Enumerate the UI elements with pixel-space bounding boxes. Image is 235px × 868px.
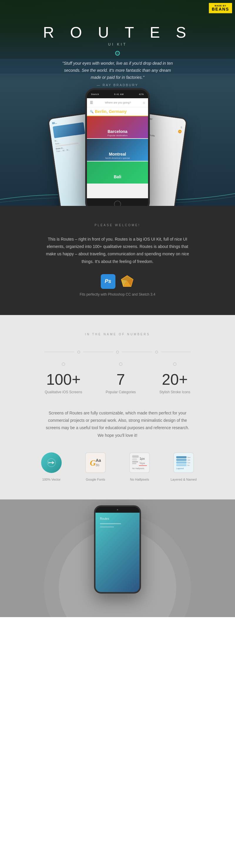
number-dot-categories [119, 362, 123, 366]
phone-status-time: 9:41 AM [114, 93, 124, 95]
phone-search-icon: 🔍 [90, 110, 93, 113]
welcome-label: PLEASE WELCOME! [12, 223, 223, 227]
phone-screen-header: ☰ Where are you going? ⊞ [87, 98, 148, 107]
svg-text:Ftr: Ftr [188, 464, 190, 466]
phone-screen: ☰ Where are you going? ⊞ 🔍 Berlin, Germa… [87, 98, 148, 198]
number-value-icons: 20+ [159, 372, 190, 387]
number-value-categories: 7 [106, 372, 136, 387]
google-fonts-icon: G Aa Bb [85, 453, 106, 473]
layered-feature-label: Layered & Named [169, 477, 198, 482]
number-dot-icons [173, 362, 176, 366]
phone-bali-title: Bali [87, 175, 148, 179]
fits-label: Fits perfectly with Photoshop CC and Ske… [12, 292, 223, 298]
phone-status-battery: 42% [139, 93, 144, 95]
phone-header-placeholder: Where are you going? [105, 101, 131, 104]
svg-rect-23 [176, 462, 187, 464]
hero-subtitle: UI Kit [43, 42, 192, 46]
layered-named-icon: Nav Hdr Cnt Ftr Layered [173, 453, 194, 473]
svg-rect-15 [132, 463, 136, 464]
svg-text:G: G [90, 458, 96, 467]
feature-item-google-fonts: G Aa Bb Google Fonts [81, 451, 110, 482]
svg-rect-22 [176, 459, 187, 461]
svg-rect-13 [132, 458, 137, 461]
photoshop-icon: Ps [101, 274, 115, 289]
phone-search-value: Berlin, Germany [95, 109, 127, 114]
halfpixels-icon: 1px ⅟₂px No Halfpixels [129, 453, 150, 473]
bottom-screen-content: Routes [96, 513, 139, 532]
layered-icon-box: Nav Hdr Cnt Ftr Layered [172, 451, 195, 474]
divider-line-left [44, 352, 74, 352]
bottom-screen-text: Routes [100, 517, 135, 520]
svg-rect-14 [132, 461, 138, 462]
sketch-icon [120, 274, 135, 289]
feature-item-halfpixels: 1px ⅟₂px No Halfpixels No Halfpixels [125, 451, 154, 482]
halfpixels-svg: 1px ⅟₂px No Halfpixels [131, 454, 148, 471]
numbers-features-text: Screens of Routes are fully customizable… [44, 409, 191, 439]
numbers-section-label: IN THE NAME OF NUMBERS [12, 333, 223, 336]
number-item-icons: 20+ Stylish Stroke Icons [159, 362, 190, 395]
divider-line-right [122, 352, 152, 352]
feature-item-vector: 100% Vector [37, 451, 66, 482]
number-desc-icons: Stylish Stroke Icons [159, 390, 190, 395]
divider-dot-2 [116, 351, 119, 353]
welcome-section: PLEASE WELCOME! This is Routes – right i… [0, 206, 235, 315]
phone-card-barcelona: Barcelona Popular destination [87, 116, 148, 138]
number-item-categories: 7 Popular Categories [106, 362, 136, 395]
phone-filter-icon: ⊞ [143, 101, 145, 104]
number-desc-screens: Qualitative iOS Screens [45, 390, 82, 395]
numbers-grid: 100+ Qualitative iOS Screens 7 Popular C… [12, 362, 223, 395]
svg-text:Hdr: Hdr [188, 459, 190, 461]
number-dot-screens [62, 362, 65, 366]
badge-made-by: MADE BY [212, 5, 229, 7]
numbers-section: IN THE NAME OF NUMBERS 100+ Qualitative … [0, 315, 235, 499]
phone-montreal-subtitle: North America's special [87, 157, 148, 159]
svg-rect-24 [176, 464, 187, 466]
svg-text:Aa: Aa [96, 458, 101, 463]
phone-barcelona-subtitle: Popular destination [87, 134, 148, 137]
phone-status-carrier: Sketch [91, 93, 99, 95]
phone-mockup-area: Bl... H... New... Brian d... Trac... W..… [44, 71, 191, 206]
svg-text:Nav: Nav [188, 457, 191, 458]
phone-card-montreal: Montreal North America's special [87, 139, 148, 161]
halfpixels-icon-box: 1px ⅟₂px No Halfpixels [128, 451, 151, 474]
bottom-phone-status [96, 507, 139, 513]
bottom-screen-line2 [100, 527, 114, 527]
bottom-section: Routes [0, 499, 235, 617]
hero-divider-dot [115, 51, 120, 56]
vector-feature-label: 100% Vector [37, 477, 66, 482]
google-fonts-icon-box: G Aa Bb [84, 451, 107, 474]
halfpixels-feature-label: No Halfpixels [125, 477, 154, 482]
hero-section: MADE BY BEANS R O U T E S UI Kit "Stuff … [0, 0, 235, 206]
svg-text:⅟₂px: ⅟₂px [139, 462, 145, 465]
hero-title: R O U T E S [43, 24, 192, 41]
phone-menu-icon: ☰ [90, 101, 93, 105]
vector-icon [41, 453, 62, 473]
vector-arrows-icon [47, 458, 56, 467]
svg-text:Bb: Bb [96, 464, 100, 467]
phone-barcelona-title: Barcelona [87, 129, 148, 134]
phone-card-bali: Bali [87, 161, 148, 184]
numbers-top-divider [44, 351, 191, 353]
beans-badge[interactable]: MADE BY BEANS [209, 3, 232, 13]
welcome-body-text: This is Routes – right in front of you. … [44, 236, 191, 265]
divider-dot-1 [77, 351, 80, 353]
app-icons-row: Ps [12, 274, 223, 289]
phone-bottom-bar [87, 198, 148, 206]
number-value-screens: 100+ [45, 372, 82, 387]
divider-dot-3 [155, 351, 158, 353]
vector-icon-box [40, 451, 63, 474]
badge-brand: BEANS [212, 7, 229, 11]
ps-label: Ps [105, 278, 111, 284]
svg-rect-12 [132, 455, 139, 458]
svg-text:1px: 1px [139, 457, 145, 460]
feature-item-layered: Nav Hdr Cnt Ftr Layered Layered & Named [169, 451, 198, 482]
number-desc-categories: Popular Categories [106, 390, 136, 395]
google-fonts-svg: G Aa Bb [88, 455, 104, 471]
bottom-screen-line1 [100, 523, 121, 524]
google-fonts-feature-label: Google Fonts [81, 477, 110, 482]
layered-named-svg: Nav Hdr Cnt Ftr Layered [175, 454, 192, 471]
number-item-screens: 100+ Qualitative iOS Screens [45, 362, 82, 395]
phone-status-bar: Sketch 9:41 AM 42% [87, 90, 148, 98]
feature-icons-row: 100% Vector G Aa Bb Google Fonts [12, 451, 223, 482]
phone-montreal-title: Montreal [87, 152, 148, 156]
